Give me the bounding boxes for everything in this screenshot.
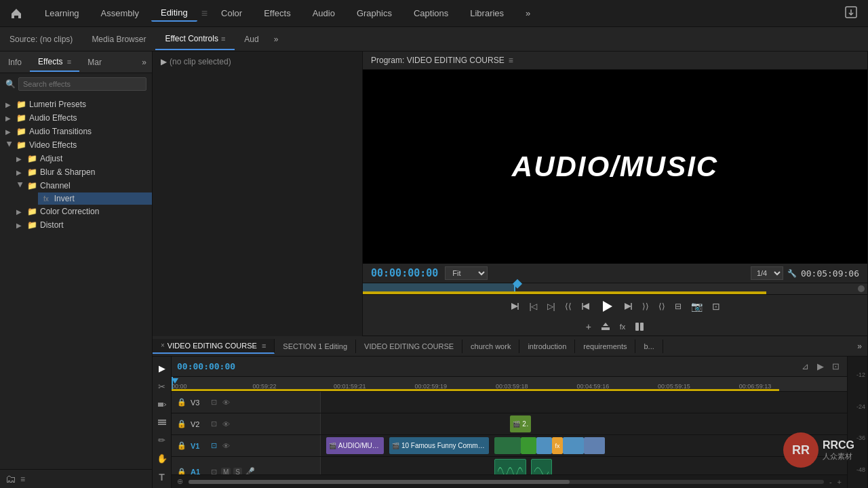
clip-a1-1[interactable] bbox=[494, 459, 526, 474]
export-icon[interactable] bbox=[845, 6, 857, 20]
tree-item-lumetri[interactable]: ▶ 📁 Lumetri Presets bbox=[0, 98, 152, 111]
ctrl-export-frame[interactable]: 📷 bbox=[689, 299, 705, 314]
track-solo-a1[interactable]: S bbox=[233, 468, 242, 475]
timeline-tab-main[interactable]: × VIDEO EDITING COURSE ≡ bbox=[153, 339, 275, 354]
tree-item-blur-sharpen[interactable]: ▶ 📁 Blur & Sharpen bbox=[14, 165, 152, 179]
ctrl-step-fwd[interactable] bbox=[621, 300, 635, 313]
track-settings-v1[interactable]: ⊡ bbox=[210, 441, 218, 451]
tool-track-select[interactable] bbox=[155, 415, 170, 430]
clip-v1-g1[interactable] bbox=[494, 437, 521, 454]
clip-v1-b1[interactable] bbox=[536, 437, 552, 454]
scrollbar-thumb-h[interactable] bbox=[189, 480, 570, 484]
tree-item-color-correction[interactable]: ▶ 📁 Color Correction bbox=[14, 205, 152, 218]
track-content-v1[interactable]: 🎬 AUDIO/MUS... 🎬 10 Famous Funny Commerc… bbox=[321, 435, 847, 456]
effect-controls-menu-icon[interactable]: ≡ bbox=[221, 35, 225, 43]
tool-pen[interactable]: ✏ bbox=[155, 432, 168, 448]
nav-captions[interactable]: Captions bbox=[404, 5, 458, 21]
nav-learning[interactable]: Learning bbox=[35, 5, 89, 21]
timecode-display[interactable]: 00:00:00:00 bbox=[371, 267, 438, 279]
tree-item-audio-effects[interactable]: ▶ 📁 Audio Effects bbox=[0, 111, 152, 125]
track-settings-v2[interactable]: ⊡ bbox=[210, 419, 218, 429]
nav-graphics[interactable]: Graphics bbox=[347, 5, 401, 21]
tool-razor[interactable]: ✂ bbox=[155, 379, 168, 394]
nav-editing[interactable]: Editing bbox=[151, 5, 197, 22]
tab-close-main[interactable]: × bbox=[161, 342, 165, 349]
tab-menu-main[interactable]: ≡ bbox=[262, 342, 266, 350]
tree-item-distort[interactable]: ▶ 📁 Distort bbox=[14, 218, 152, 232]
tree-item-invert[interactable]: fx Invert bbox=[38, 192, 152, 205]
clip-v1-audiomuse[interactable]: 🎬 AUDIO/MUS... bbox=[326, 437, 384, 454]
ctrl-mark-in[interactable] bbox=[508, 300, 521, 313]
left-tab-effects[interactable]: Effects ≡ bbox=[30, 53, 79, 72]
track-settings-v3[interactable]: ⊡ bbox=[210, 397, 218, 407]
clip-v1-g2[interactable] bbox=[521, 437, 536, 454]
timeline-tab-s1[interactable]: SECTION 1 Editing bbox=[275, 340, 356, 353]
tree-item-audio-transitions[interactable]: ▶ 📁 Audio Transitions bbox=[0, 125, 152, 138]
tree-item-adjust[interactable]: ▶ 📁 Adjust bbox=[14, 152, 152, 165]
ctrl-fx[interactable]: fx bbox=[618, 321, 628, 333]
zoom-in-btn[interactable]: + bbox=[837, 478, 842, 486]
timeline-tab-church[interactable]: church work bbox=[462, 340, 519, 353]
tab-effect-controls[interactable]: Effect Controls ≡ bbox=[155, 28, 235, 50]
track-lock-v3[interactable]: 🔒 bbox=[176, 397, 188, 407]
track-eye-v2[interactable]: 👁 bbox=[221, 420, 231, 429]
tree-item-video-effects[interactable]: ▶ 📁 Video Effects bbox=[0, 138, 152, 152]
quality-select[interactable]: 1/4 1/2 Full bbox=[751, 266, 783, 280]
track-settings-a1[interactable]: ⊡ bbox=[210, 467, 218, 475]
left-tab-markers[interactable]: Mar bbox=[79, 54, 110, 71]
tool-hand[interactable]: ✋ bbox=[154, 451, 170, 466]
tl-mark-btn[interactable]: ▶ bbox=[815, 360, 826, 373]
track-lock-a1[interactable]: 🔒 bbox=[176, 467, 188, 475]
ctrl-play[interactable] bbox=[598, 298, 616, 315]
track-content-v2[interactable]: 🎬 220 bbox=[321, 413, 847, 434]
nav-libraries[interactable]: Libraries bbox=[460, 5, 513, 21]
clip-v2-220[interactable]: 🎬 220 bbox=[510, 415, 531, 432]
timeline-tab-req[interactable]: requirements bbox=[575, 340, 635, 353]
tool-selection[interactable]: ▶ bbox=[156, 361, 168, 376]
timeline-tab-b[interactable]: b... bbox=[635, 340, 663, 353]
nav-color[interactable]: Color bbox=[212, 5, 252, 21]
clip-v1-b3[interactable] bbox=[584, 437, 605, 454]
track-lock-v1[interactable]: 🔒 bbox=[176, 441, 188, 451]
add-track-btn[interactable]: ⊕ bbox=[177, 477, 183, 486]
effects-search-input[interactable] bbox=[18, 77, 146, 91]
track-eye-v3[interactable]: 👁 bbox=[221, 398, 231, 407]
clip-v1-10famous[interactable]: 🎬 10 Famous Funny Commercials.m... bbox=[389, 437, 489, 454]
tab-audio[interactable]: Aud bbox=[235, 29, 268, 49]
effects-menu-icon[interactable]: ≡ bbox=[67, 58, 71, 66]
ctrl-step-back[interactable] bbox=[579, 300, 593, 313]
zoom-out-btn[interactable]: - bbox=[829, 478, 832, 486]
tree-item-channel[interactable]: ▶ 📁 Channel bbox=[14, 179, 152, 192]
ctrl-mark-out[interactable]: ▷| bbox=[545, 300, 557, 313]
panel-menu-icon[interactable]: ≡ bbox=[20, 474, 25, 484]
track-mute-a1[interactable]: M bbox=[221, 468, 231, 475]
ctrl-add-edit[interactable]: + bbox=[584, 319, 593, 334]
ctrl-go-out[interactable]: ⟩⟩ bbox=[640, 300, 651, 313]
timeline-scrollbar-h[interactable] bbox=[189, 480, 824, 484]
timeline-tab-intro[interactable]: introduction bbox=[519, 340, 575, 353]
left-panel-more[interactable]: » bbox=[136, 58, 152, 67]
nav-effects[interactable]: Effects bbox=[254, 5, 300, 21]
timeline-tabs-more[interactable]: » bbox=[852, 342, 867, 351]
ctrl-overwrite[interactable]: ⊟ bbox=[673, 300, 684, 313]
fit-dropdown[interactable]: Fit 25% 50% 75% 100% bbox=[445, 266, 488, 280]
expand-arrow[interactable]: ▶ bbox=[161, 57, 167, 66]
tab-media-browser[interactable]: Media Browser bbox=[82, 29, 155, 49]
program-menu-icon[interactable]: ≡ bbox=[509, 56, 513, 65]
home-button[interactable] bbox=[5, 3, 27, 24]
ctrl-lift[interactable] bbox=[599, 320, 612, 333]
clip-v1-fx[interactable]: fx bbox=[552, 437, 563, 454]
track-content-a1[interactable] bbox=[321, 457, 847, 474]
timeline-tab-vec[interactable]: VIDEO EDITING COURSE bbox=[356, 340, 462, 353]
left-tab-info[interactable]: Info bbox=[0, 54, 30, 71]
ctrl-multi-cam[interactable]: ⊡ bbox=[710, 299, 722, 314]
nav-assembly[interactable]: Assembly bbox=[92, 5, 149, 21]
clip-v1-b2[interactable] bbox=[563, 437, 584, 454]
ctrl-mark-clip[interactable]: |◁ bbox=[527, 300, 539, 313]
track-eye-v1[interactable]: 👁 bbox=[221, 441, 231, 451]
ctrl-compare[interactable] bbox=[633, 320, 646, 333]
timeline-timecode[interactable]: 00:00:00:00 bbox=[177, 361, 235, 371]
tool-type[interactable]: T bbox=[156, 469, 167, 485]
track-lock-v2[interactable]: 🔒 bbox=[176, 419, 188, 429]
new-folder-icon[interactable]: 🗂 bbox=[5, 473, 16, 485]
